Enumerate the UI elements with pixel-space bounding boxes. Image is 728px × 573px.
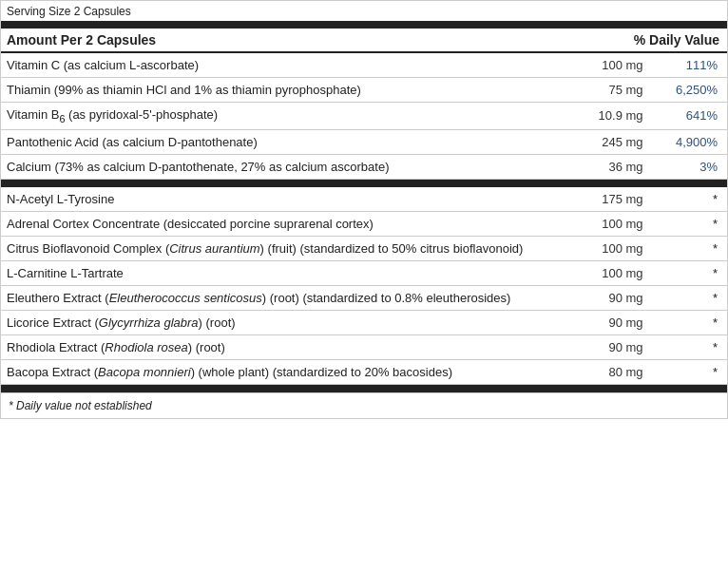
ingredient-amount: 175 mg: [536, 187, 651, 212]
table-row: Citrus Bioflavonoid Complex (Citrus aura…: [1, 236, 727, 260]
ingredient-name: Citrus Bioflavonoid Complex (Citrus aura…: [1, 236, 536, 260]
ingredient-name: Rhodiola Extract (Rhodiola rosea) (root): [1, 334, 536, 359]
table-row: Bacopa Extract (Bacopa monnieri) (whole …: [1, 359, 727, 384]
ingredient-dv: *: [651, 359, 727, 384]
daily-value-header: % Daily Value: [634, 32, 719, 48]
ingredient-dv: *: [651, 260, 727, 285]
ingredient-amount: 90 mg: [536, 334, 651, 359]
serving-size: Serving Size 2 Capsules: [1, 1, 727, 29]
ingredient-dv: *: [651, 310, 727, 334]
ingredient-dv: *: [651, 334, 727, 359]
ingredient-dv: 3%: [651, 154, 727, 179]
ingredient-name: N-Acetyl L-Tyrosine: [1, 187, 536, 212]
table-row: L-Carnitine L-Tartrate100 mg*: [1, 260, 727, 285]
ingredient-amount: 245 mg: [536, 129, 651, 154]
ingredient-dv: *: [651, 236, 727, 260]
table-row: Vitamin C (as calcium L-ascorbate)100 mg…: [1, 53, 727, 78]
ingredient-dv: 641%: [651, 103, 727, 130]
table-row: Thiamin (99% as thiamin HCl and 1% as th…: [1, 78, 727, 103]
ingredient-name: Calcium (73% as calcium D-pantothenate, …: [1, 154, 536, 179]
ingredient-dv: 111%: [651, 53, 727, 78]
table-row: Vitamin B6 (as pyridoxal-5'-phosphate)10…: [1, 103, 727, 130]
table-row: Licorice Extract (Glycyrrhiza glabra) (r…: [1, 310, 727, 334]
ingredient-amount: 75 mg: [536, 78, 651, 103]
table-row: N-Acetyl L-Tyrosine175 mg*: [1, 187, 727, 212]
ingredient-name: Vitamin C (as calcium L-ascorbate): [1, 53, 536, 78]
ingredient-amount: 100 mg: [536, 236, 651, 260]
ingredient-name: Licorice Extract (Glycyrrhiza glabra) (r…: [1, 310, 536, 334]
ingredient-name: Pantothenic Acid (as calcium D-pantothen…: [1, 129, 536, 154]
table-row: Adrenal Cortex Concentrate (desiccated p…: [1, 211, 727, 236]
ingredient-name: Bacopa Extract (Bacopa monnieri) (whole …: [1, 359, 536, 384]
ingredients-table: Vitamin C (as calcium L-ascorbate)100 mg…: [1, 53, 727, 392]
ingredient-name: Vitamin B6 (as pyridoxal-5'-phosphate): [1, 103, 536, 130]
table-row: Rhodiola Extract (Rhodiola rosea) (root)…: [1, 334, 727, 359]
nutrition-label: Serving Size 2 Capsules Amount Per 2 Cap…: [0, 0, 728, 419]
ingredient-amount: 90 mg: [536, 285, 651, 310]
ingredient-dv: *: [651, 187, 727, 212]
ingredient-name: L-Carnitine L-Tartrate: [1, 260, 536, 285]
ingredient-amount: 80 mg: [536, 359, 651, 384]
ingredient-amount: 10.9 mg: [536, 103, 651, 130]
ingredient-name: Eleuthero Extract (Eleutherococcus senti…: [1, 285, 536, 310]
footnote-text: * Daily value not established: [9, 399, 152, 412]
ingredient-name: Thiamin (99% as thiamin HCl and 1% as th…: [1, 78, 536, 103]
amount-per-label: Amount Per 2 Capsules: [7, 32, 156, 48]
ingredient-amount: 100 mg: [536, 211, 651, 236]
ingredient-dv: 4,900%: [651, 129, 727, 154]
amount-per-row: Amount Per 2 Capsules % Daily Value: [1, 29, 727, 53]
ingredient-dv: 6,250%: [651, 78, 727, 103]
ingredient-amount: 36 mg: [536, 154, 651, 179]
table-row: Pantothenic Acid (as calcium D-pantothen…: [1, 129, 727, 154]
ingredient-dv: *: [651, 285, 727, 310]
ingredient-amount: 90 mg: [536, 310, 651, 334]
table-row: Eleuthero Extract (Eleutherococcus senti…: [1, 285, 727, 310]
serving-size-text: Serving Size 2 Capsules: [7, 5, 131, 18]
footnote: * Daily value not established: [1, 392, 727, 418]
ingredient-amount: 100 mg: [536, 260, 651, 285]
ingredient-dv: *: [651, 211, 727, 236]
ingredient-amount: 100 mg: [536, 53, 651, 78]
table-row: Calcium (73% as calcium D-pantothenate, …: [1, 154, 727, 179]
ingredient-name: Adrenal Cortex Concentrate (desiccated p…: [1, 211, 536, 236]
